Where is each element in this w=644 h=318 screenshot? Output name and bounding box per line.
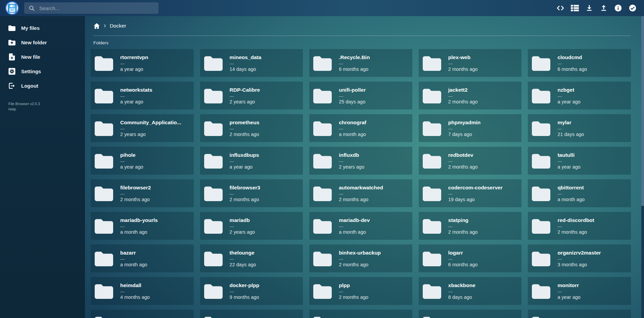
scrollbar-track[interactable]	[641, 16, 644, 318]
separator-dash: —	[448, 290, 475, 293]
folder-card[interactable]: minecraft—	[309, 310, 412, 318]
folder-card[interactable]: plpp—2 months ago	[309, 277, 412, 305]
folder-card[interactable]: docker-plpp—9 months ago	[200, 277, 303, 305]
folder-card[interactable]: filebrowser3—2 months ago	[200, 179, 303, 207]
folder-info: rtorrentvpn—a year ago	[120, 54, 148, 72]
folder-modified-date: a year ago	[120, 99, 152, 104]
upload-icon[interactable]	[600, 4, 608, 12]
folder-name: mariadb	[230, 217, 255, 223]
info-icon[interactable]	[614, 4, 622, 12]
folder-card[interactable]: mariadb-yourls—a month ago	[91, 212, 194, 240]
app-logo-button[interactable]	[5, 1, 19, 15]
folder-name: nzbget	[557, 87, 581, 93]
folder-card[interactable]: jackett2—2 months ago	[419, 82, 522, 109]
folder-card[interactable]: organizrv2master—3 months ago	[528, 244, 631, 272]
search-bar[interactable]	[24, 2, 158, 14]
folder-card[interactable]: cloudcmd—6 months ago	[528, 49, 631, 77]
folder-card[interactable]: influxdb—2 years ago	[309, 147, 412, 175]
folder-card[interactable]: thelounge—22 days ago	[200, 244, 303, 272]
folder-card[interactable]: xbackbone—8 days ago	[419, 277, 522, 305]
folder-icon	[532, 283, 550, 299]
search-input[interactable]	[39, 5, 154, 11]
separator-dash: —	[448, 225, 478, 228]
folder-card[interactable]: nzbget—a year ago	[528, 82, 631, 109]
folder-card[interactable]: automarkwatched—2 months ago	[309, 179, 412, 207]
folder-info: red-discordbot—2 months ago	[557, 217, 594, 235]
folder-modified-date: a month ago	[120, 262, 147, 267]
folder-icon	[313, 121, 332, 136]
folder-card[interactable]: qbittorrent—a month ago	[528, 179, 631, 207]
folder-info: influxdb—2 years ago	[339, 152, 364, 170]
folder-info: networkstats—a year ago	[120, 87, 152, 104]
folder-card[interactable]: bazarr—a month ago	[91, 244, 194, 272]
home-button[interactable]	[93, 23, 100, 29]
folder-card[interactable]: statping—2 months ago	[419, 212, 522, 240]
sidebar-item-label: Logout	[21, 83, 38, 89]
folder-icon	[204, 218, 223, 234]
folder-card[interactable]: mariadb—2 years ago	[200, 212, 303, 240]
folder-card[interactable]: codimd—	[528, 310, 631, 318]
separator-dash: —	[230, 225, 255, 228]
folder-card[interactable]: pihole—a year ago	[91, 147, 194, 175]
sidebar-item-logout[interactable]: Logout	[0, 79, 85, 93]
folder-info: influxdbups—a year ago	[230, 152, 259, 170]
folder-card[interactable]: mariadb-dev—a month ago	[309, 212, 412, 240]
sidebar-item-new-file[interactable]: New file	[0, 50, 85, 64]
sidebar-item-my-files[interactable]: My files	[0, 21, 85, 35]
folder-card[interactable]: redbotdev—2 months ago	[419, 147, 522, 175]
code-icon[interactable]	[556, 4, 564, 12]
floppy-disk-logo-icon	[8, 4, 17, 13]
separator-dash: —	[557, 225, 594, 228]
app-layout: My filesNew folderNew fileSettingsLogout…	[0, 0, 644, 318]
folder-card[interactable]: logarr—6 months ago	[419, 244, 522, 272]
folder-card[interactable]: filebrowser2—2 months ago	[91, 179, 194, 207]
list-view-icon[interactable]	[571, 4, 579, 12]
folder-icon	[423, 316, 441, 318]
separator-dash: —	[448, 95, 478, 98]
separator-dash: —	[557, 160, 581, 163]
folder-card[interactable]: codercom-codeserver—19 days ago	[419, 179, 522, 207]
scrollbar-thumb[interactable]	[641, 16, 644, 206]
sidebar-item-settings[interactable]: Settings	[0, 64, 85, 79]
folder-card[interactable]: prometheus—2 months ago	[200, 114, 303, 142]
folder-info: docker-plpp—9 months ago	[230, 282, 260, 300]
folder-card[interactable]: mineos—	[419, 310, 522, 318]
folder-name: statping	[448, 217, 478, 223]
version-link[interactable]: File Browser v2.0.3	[8, 102, 85, 106]
folder-card[interactable]: networkstats—a year ago	[91, 82, 194, 109]
folder-card[interactable]: rtorrentvpn—a year ago	[91, 49, 194, 77]
folder-card[interactable]: tautulli—a year ago	[528, 147, 631, 175]
folder-card[interactable]: .Recycle.Bin—6 months ago	[309, 49, 412, 77]
sidebar-item-label: New file	[21, 54, 40, 60]
separator-dash: —	[230, 258, 256, 261]
folder-name: tautulli	[557, 152, 581, 158]
check-circle-icon[interactable]	[629, 4, 637, 12]
download-icon[interactable]	[585, 4, 593, 12]
folder-card[interactable]: RDP-Calibre—2 years ago	[200, 82, 303, 109]
folder-card[interactable]: red-discordbot—2 months ago	[528, 212, 631, 240]
folder-modified-date: 2 months ago	[557, 229, 594, 235]
folder-card[interactable]: mineos_data—14 days ago	[200, 49, 303, 77]
separator-dash: —	[230, 160, 259, 163]
folder-card[interactable]: binhex-urbackup—2 months ago	[309, 244, 412, 272]
sidebar-item-new-folder[interactable]: New folder	[0, 35, 85, 50]
folder-info: RDP-Calibre—2 years ago	[230, 87, 260, 104]
folder-card[interactable]: phpmyadmin—7 days ago	[419, 114, 522, 142]
folder-modified-date: 2 months ago	[339, 262, 381, 267]
folder-info: mariadb—2 years ago	[230, 217, 255, 235]
folder-card[interactable]: mylar—21 days ago	[528, 114, 631, 142]
folder-card[interactable]: plex-web—2 months ago	[419, 49, 522, 77]
folder-card[interactable]: monitorr—a year ago	[528, 277, 631, 305]
folder-card[interactable]: unifi-poller—25 days ago	[309, 82, 412, 109]
folder-card[interactable]: chronograf—a month ago	[309, 114, 412, 142]
folder-card[interactable]: organizr—	[200, 310, 303, 318]
separator-dash: —	[448, 258, 478, 261]
separator-dash: —	[448, 160, 478, 163]
folder-modified-date: 2 months ago	[448, 164, 478, 170]
folder-card[interactable]: influxdbups—a year ago	[200, 147, 303, 175]
help-link[interactable]: Help	[8, 107, 85, 111]
folder-card[interactable]: code-server—	[91, 310, 194, 318]
folder-card[interactable]: heimdall—4 months ago	[91, 277, 194, 305]
separator-dash: —	[339, 192, 383, 195]
folder-card[interactable]: Community_Applicatio...—2 years ago	[91, 114, 194, 142]
